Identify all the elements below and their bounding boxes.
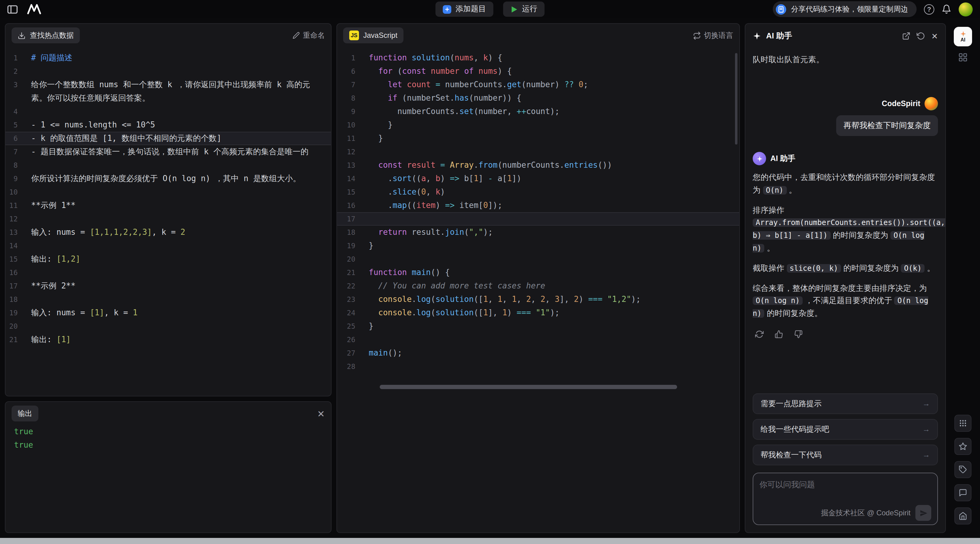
line-content[interactable]: // You can add more test cases here <box>369 279 739 293</box>
editor-line[interactable]: 8 <box>5 159 331 172</box>
line-content[interactable] <box>369 360 739 373</box>
editor-line[interactable]: 13 const result = Array.from(numberCount… <box>337 159 739 172</box>
line-content[interactable]: for (const number of nums) { <box>369 65 739 78</box>
language-tab[interactable]: JS JavaScript <box>343 27 404 43</box>
notifications-bell-icon[interactable] <box>942 4 951 14</box>
home-icon[interactable] <box>955 507 972 525</box>
editor-line[interactable]: 24 console.log(solution([1], 1) === "1")… <box>337 306 739 319</box>
favorite-star-icon[interactable] <box>955 438 972 455</box>
line-content[interactable]: function solution(nums, k) { <box>369 51 739 65</box>
vertical-scrollbar[interactable] <box>735 53 737 145</box>
line-content[interactable]: } <box>369 319 739 333</box>
line-content[interactable]: .map((item) => item[0]); <box>369 199 739 212</box>
editor-line[interactable]: 15 .slice(0, k) <box>337 185 739 199</box>
line-content[interactable] <box>31 212 331 226</box>
suggestion-button[interactable]: 给我一些代码提示吧→ <box>752 419 938 440</box>
switch-language-button[interactable]: 切换语言 <box>693 30 733 41</box>
editor-line[interactable]: 14 .sort((a, b) => b[1] - a[1]) <box>337 172 739 185</box>
editor-line[interactable]: 6 for (const number of nums) { <box>337 65 739 78</box>
line-content[interactable]: 输出: [1,2] <box>31 252 331 266</box>
editor-line[interactable]: 19} <box>337 239 739 252</box>
line-content[interactable] <box>369 333 739 346</box>
line-content[interactable] <box>369 212 739 226</box>
editor-line[interactable]: 11 } <box>337 132 739 145</box>
editor-line[interactable]: 8 if (numberSet.has(number)) { <box>337 91 739 105</box>
editor-line[interactable]: 7 let count = numberCounts.get(number) ?… <box>337 78 739 91</box>
help-icon[interactable]: ? <box>924 4 934 14</box>
editor-line[interactable]: 1# 问题描述 <box>5 51 331 65</box>
popout-icon[interactable] <box>902 32 910 40</box>
thumbs-down-icon[interactable] <box>792 327 805 341</box>
code-editor[interactable]: 1function solution(nums, k) {6 for (cons… <box>337 47 739 378</box>
line-content[interactable]: main(); <box>369 346 739 360</box>
send-icon[interactable] <box>915 505 931 521</box>
editor-line[interactable]: 20 <box>337 252 739 266</box>
editor-line[interactable]: 25} <box>337 319 739 333</box>
editor-line[interactable]: 1function solution(nums, k) { <box>337 51 739 65</box>
history-icon[interactable] <box>916 32 925 40</box>
line-content[interactable] <box>31 319 331 333</box>
plugin-icon[interactable] <box>958 53 968 62</box>
editor-line[interactable]: 15输出: [1,2] <box>5 252 331 266</box>
line-content[interactable]: - 题目数据保证答案唯一，换句话说，数组中前 k 个高频元素的集合是唯一的 <box>31 145 331 159</box>
regenerate-icon[interactable] <box>752 327 766 341</box>
line-content[interactable]: const result = Array.from(numberCounts.e… <box>369 159 739 172</box>
editor-line[interactable]: 16 <box>5 266 331 279</box>
rename-button[interactable]: 重命名 <box>293 30 325 41</box>
line-content[interactable] <box>369 252 739 266</box>
editor-line[interactable]: 7- 题目数据保证答案唯一，换句话说，数组中前 k 个高频元素的集合是唯一的 <box>5 145 331 159</box>
line-content[interactable] <box>31 293 331 306</box>
editor-line[interactable]: 12 <box>5 212 331 226</box>
line-content[interactable]: **示例 1** <box>31 199 331 212</box>
editor-line[interactable]: 18 return result.join(","); <box>337 226 739 239</box>
editor-line[interactable]: 11**示例 1** <box>5 199 331 212</box>
editor-line[interactable]: 16 .map((item) => item[0]); <box>337 199 739 212</box>
line-content[interactable]: 输出: [1] <box>31 333 331 346</box>
user-avatar[interactable] <box>959 2 973 16</box>
line-content[interactable]: return result.join(","); <box>369 226 739 239</box>
editor-line[interactable]: 4 <box>5 105 331 118</box>
line-content[interactable]: # 问题描述 <box>31 51 331 65</box>
line-content[interactable]: 给你一个整数数组 nums 和一个整数 k ，请你返回其中出现频率前 k 高的元… <box>31 78 331 105</box>
find-hot-data-button[interactable]: 查找热点数据 <box>11 27 80 43</box>
editor-line[interactable]: 17**示例 2** <box>5 279 331 293</box>
editor-line[interactable]: 17 <box>337 212 739 226</box>
line-content[interactable]: 输入: nums = [1], k = 1 <box>31 306 331 319</box>
line-content[interactable]: console.log(solution([1, 1, 1, 2, 2, 3],… <box>369 293 739 306</box>
line-content[interactable]: if (numberSet.has(number)) { <box>369 91 739 105</box>
editor-line[interactable]: 10 } <box>337 118 739 132</box>
line-content[interactable] <box>31 105 331 118</box>
tag-icon[interactable] <box>955 461 972 478</box>
editor-line[interactable]: 23 console.log(solution([1, 1, 1, 2, 2, … <box>337 293 739 306</box>
thumbs-up-icon[interactable] <box>772 327 786 341</box>
editor-line[interactable]: 5- 1 <= nums.length <= 10^5 <box>5 118 331 132</box>
promo-banner[interactable]: 分享代码练习体验，领限量定制周边 <box>773 1 916 17</box>
ai-close-icon[interactable]: ✕ <box>931 32 938 41</box>
line-content[interactable]: 你所设计算法的时间复杂度必须优于 O(n log n) ，其中 n 是数组大小。 <box>31 172 331 185</box>
line-content[interactable]: } <box>369 239 739 252</box>
line-content[interactable] <box>31 239 331 252</box>
problem-editor[interactable]: 1# 问题描述23给你一个整数数组 nums 和一个整数 k ，请你返回其中出现… <box>5 47 331 351</box>
editor-line[interactable]: 19输入: nums = [1], k = 1 <box>5 306 331 319</box>
editor-line[interactable]: 2 <box>5 65 331 78</box>
line-content[interactable]: .slice(0, k) <box>369 185 739 199</box>
line-content[interactable]: function main() { <box>369 266 739 279</box>
editor-line[interactable]: 10 <box>5 185 331 199</box>
editor-line[interactable]: 27main(); <box>337 346 739 360</box>
editor-line[interactable]: 3给你一个整数数组 nums 和一个整数 k ，请你返回其中出现频率前 k 高的… <box>5 78 331 105</box>
line-content[interactable] <box>31 185 331 199</box>
line-content[interactable] <box>31 65 331 78</box>
line-content[interactable]: console.log(solution([1], 1) === "1"); <box>369 306 739 319</box>
line-content[interactable]: numberCounts.set(number, ++count); <box>369 105 739 118</box>
ai-input-field[interactable] <box>759 479 931 505</box>
line-content[interactable] <box>369 145 739 159</box>
editor-line[interactable]: 26 <box>337 333 739 346</box>
editor-line[interactable]: 14 <box>5 239 331 252</box>
editor-line[interactable]: 9 numberCounts.set(number, ++count); <box>337 105 739 118</box>
add-problem-button[interactable]: ＋ 添加题目 <box>436 2 493 17</box>
line-content[interactable]: let count = numberCounts.get(number) ?? … <box>369 78 739 91</box>
editor-line[interactable]: 20 <box>5 319 331 333</box>
comment-icon[interactable] <box>955 484 972 501</box>
line-content[interactable]: } <box>369 132 739 145</box>
app-logo[interactable] <box>26 4 42 14</box>
